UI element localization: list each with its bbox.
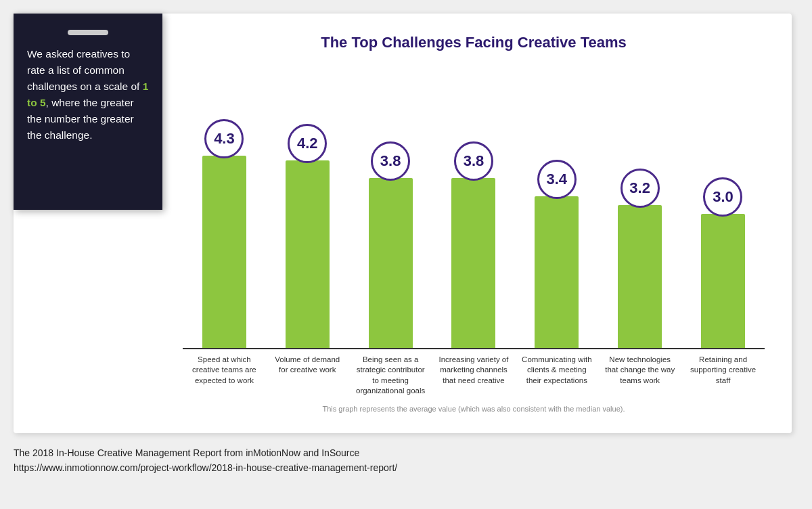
bar-bubble-6: 3.0: [703, 177, 742, 217]
footer-text: The 2018 In-House Creative Management Re…: [14, 445, 397, 476]
bar-group: 3.8: [353, 125, 428, 348]
bar-bubble-5: 3.2: [621, 169, 660, 208]
chart-footnote: This graph represents the average value …: [183, 405, 765, 413]
labels-row: Speed at which creative teams are expect…: [183, 349, 765, 397]
bar-group: 4.3: [187, 125, 261, 348]
bar-label-1: Volume of demand for creative work: [270, 355, 344, 397]
bar-label-6: Retaining and supporting creative staff: [686, 355, 761, 397]
bar-rect-2: [369, 178, 413, 348]
bar-bubble-3: 3.8: [454, 141, 493, 181]
footer-line1: The 2018 In-House Creative Management Re…: [14, 445, 397, 460]
bar-group: 3.0: [685, 125, 760, 348]
bar-bubble-2: 3.8: [371, 141, 410, 181]
bar-rect-3: [451, 178, 495, 348]
bar-group: 3.2: [603, 125, 677, 348]
page-container: We asked creatives to rate a list of com…: [0, 0, 812, 509]
bar-bubble-4: 3.4: [537, 160, 577, 199]
bar-bubble-0: 4.3: [204, 119, 244, 158]
bar-rect-4: [535, 196, 579, 348]
bar-rect-0: [202, 156, 246, 348]
bar-bubble-1: 4.2: [288, 124, 327, 163]
chart-area: The Top Challenges Facing Creative Teams…: [162, 27, 771, 420]
bar-rect-5: [618, 205, 662, 348]
bar-label-0: Speed at which creative teams are expect…: [187, 355, 261, 397]
chart-title: The Top Challenges Facing Creative Teams: [183, 34, 765, 51]
bar-group: 3.8: [436, 125, 511, 348]
bar-rect-6: [701, 214, 745, 348]
bar-label-3: Increasing variety of marketing channels…: [436, 355, 511, 397]
side-note-text: We asked creatives to rate a list of com…: [27, 46, 149, 143]
bar-group: 4.2: [270, 125, 344, 348]
bar-label-2: Being seen as a strategic contributor to…: [353, 355, 428, 397]
bar-group: 3.4: [520, 125, 594, 348]
bar-rect-1: [286, 160, 330, 348]
bar-label-4: Communicating with clients & meeting the…: [520, 355, 594, 397]
side-note: We asked creatives to rate a list of com…: [14, 14, 162, 210]
scale-highlight: 1 to 5: [27, 81, 148, 108]
card: We asked creatives to rate a list of com…: [14, 14, 792, 433]
bars-container: 4.34.23.83.83.43.23.0: [183, 65, 765, 349]
bar-label-5: New technologies that change the way tea…: [603, 355, 677, 397]
footer-line2: https://www.inmotionnow.com/project-work…: [14, 460, 397, 475]
